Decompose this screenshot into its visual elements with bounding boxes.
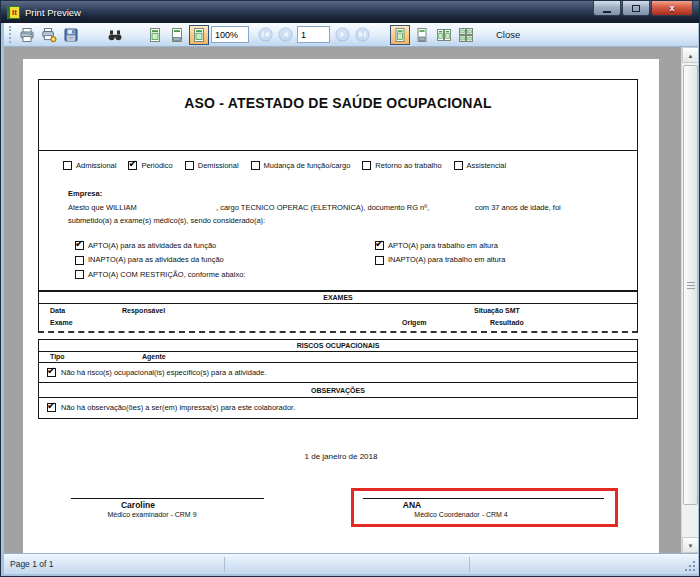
toolbar-grip[interactable]	[9, 26, 13, 43]
aptitude-right-column: APTO(A) para trabalho em altura INAPTO(A…	[375, 241, 505, 265]
last-page-icon	[355, 27, 370, 42]
exam-type-item: Retorno ao trabalho	[362, 161, 441, 170]
zoom-percent-icon	[191, 27, 207, 43]
page-number-input[interactable]	[297, 26, 330, 43]
coordinator-role: Médico Coordenador - CRM 4	[381, 511, 541, 520]
checkbox-label: INAPTO(A) para as atividades da função	[88, 255, 224, 264]
statement-line2: submetido(a) a exame(s) médico(s), sendo…	[68, 216, 265, 225]
first-page-icon	[258, 27, 273, 42]
zoom-percent-button[interactable]	[189, 25, 209, 45]
titlebar: It Print Preview x	[1, 1, 699, 23]
no-risk-row: Não há risco(s) ocupacional(is) específi…	[39, 363, 637, 383]
checkbox	[63, 161, 72, 170]
window-title: Print Preview	[25, 7, 81, 18]
resize-grip[interactable]	[685, 561, 695, 571]
next-page-button[interactable]	[332, 25, 352, 45]
checkbox-label: INAPTO(A) para trabalho em altura	[388, 255, 505, 264]
statement-line1: Atesto que WILLIAM , cargo TECNICO OPERA…	[68, 203, 561, 212]
exam-type-section: Admissional Periódico Demissional Mudanç…	[38, 151, 638, 291]
col-origem: Origem	[402, 319, 427, 328]
first-page-button[interactable]	[255, 25, 275, 45]
exam-type-row: Admissional Periódico Demissional Mudanç…	[63, 161, 506, 170]
col-resultado: Resultado	[490, 319, 524, 328]
zoom-whole-page-button[interactable]	[145, 25, 165, 45]
statusbar-separator	[224, 557, 225, 572]
print-button[interactable]	[17, 25, 37, 45]
app-icon: It	[7, 6, 20, 19]
aptitude-item: INAPTO(A) para trabalho em altura	[375, 255, 505, 264]
view-four-pages-button[interactable]	[456, 25, 476, 45]
checkbox	[47, 368, 56, 377]
find-button[interactable]	[105, 25, 125, 45]
checkbox-label: APTO(A) para as atividades da função	[88, 241, 216, 250]
preview-area: ASO - ATESTADO DE SAÚDE OCUPACIONAL Admi…	[4, 47, 698, 553]
close-window-button[interactable]: x	[651, 1, 693, 16]
scroll-up-button[interactable]: ▲	[682, 47, 698, 63]
minimize-button[interactable]	[593, 1, 621, 16]
print-options-button[interactable]	[39, 25, 59, 45]
next-page-icon	[335, 27, 350, 42]
save-icon	[63, 27, 79, 43]
checkbox	[454, 161, 463, 170]
checkbox-label: Admissional	[76, 161, 116, 170]
checkbox-label: APTO(A) COM RESTRIÇÃO, conforme abaixo:	[88, 270, 245, 279]
checkbox	[75, 241, 84, 250]
exam-type-item: Admissional	[63, 161, 116, 170]
zoom-input[interactable]	[211, 26, 249, 43]
exames-columns: Data Responsável Situação SMT Exame Orig…	[38, 304, 638, 333]
toolbar: Close	[4, 23, 698, 47]
minimize-icon	[603, 11, 611, 13]
four-pages-view-icon	[458, 27, 474, 43]
examiner-name: Caroline	[78, 500, 198, 511]
scrollbar-thumb[interactable]	[683, 65, 698, 505]
no-observation-row: Não há observação(ões) a ser(em) impress…	[39, 398, 637, 417]
scroll-down-button[interactable]: ▼	[682, 537, 698, 553]
observacoes-header: OBSERVAÇÕES	[39, 383, 637, 398]
document-page: ASO - ATESTADO DE SAÚDE OCUPACIONAL Admi…	[23, 59, 659, 553]
checkbox-label: APTO(A) para trabalho em altura	[388, 241, 498, 250]
print-icon	[19, 27, 35, 43]
col-data: Data	[50, 307, 65, 316]
col-responsavel: Responsável	[122, 307, 165, 316]
maximize-icon	[632, 5, 640, 12]
statusbar: Page 1 of 1	[4, 553, 698, 574]
view-fit-page-button[interactable]	[412, 25, 432, 45]
scrollbar-grip-icon	[687, 282, 695, 289]
checkbox-label: Demissional	[198, 161, 239, 170]
col-exame: Exame	[50, 319, 73, 328]
checkbox-label: Periódico	[141, 161, 172, 170]
col-situacao-smt: Situação SMT	[474, 307, 520, 316]
exam-type-item: Assistencial	[454, 161, 507, 170]
exames-header: EXAMES	[38, 291, 638, 304]
one-page-view-icon	[392, 27, 408, 43]
col-tipo: Tipo	[50, 353, 65, 362]
previous-page-button[interactable]	[275, 25, 295, 45]
previous-page-icon	[278, 27, 293, 42]
checkbox	[75, 256, 84, 265]
find-icon	[107, 27, 123, 43]
document-title: ASO - ATESTADO DE SAÚDE OCUPACIONAL	[39, 95, 637, 113]
col-agente: Agente	[142, 353, 166, 362]
whole-page-icon	[147, 27, 163, 43]
save-button[interactable]	[61, 25, 81, 45]
riscos-observacoes-box: RISCOS OCUPACIONAIS Tipo Agente Não há r…	[38, 339, 638, 419]
page-indicator: Page 1 of 1	[10, 559, 53, 569]
close-preview-button[interactable]: Close	[484, 26, 532, 43]
exam-type-item: Mudança de função/cargo	[251, 161, 351, 170]
view-two-pages-button[interactable]	[434, 25, 454, 45]
vertical-scrollbar[interactable]: ▲ ▼	[681, 47, 698, 553]
riscos-header: RISCOS OCUPACIONAIS	[39, 340, 637, 352]
zoom-page-width-button[interactable]	[167, 25, 187, 45]
aptitude-item: APTO(A) COM RESTRIÇÃO, conforme abaixo:	[75, 270, 245, 279]
checkbox	[375, 256, 384, 265]
no-observation-label: Não há observação(ões) a ser(em) impress…	[61, 403, 295, 412]
last-page-button[interactable]	[352, 25, 372, 45]
exam-type-item: Demissional	[185, 161, 239, 170]
aptitude-item: APTO(A) para as atividades da função	[75, 241, 245, 250]
view-one-page-button[interactable]	[390, 25, 410, 45]
two-pages-view-icon	[436, 27, 452, 43]
statusbar-separator	[469, 557, 470, 572]
checkbox-label: Retorno ao trabalho	[375, 161, 441, 170]
maximize-button[interactable]	[622, 1, 650, 16]
checkbox	[251, 161, 260, 170]
